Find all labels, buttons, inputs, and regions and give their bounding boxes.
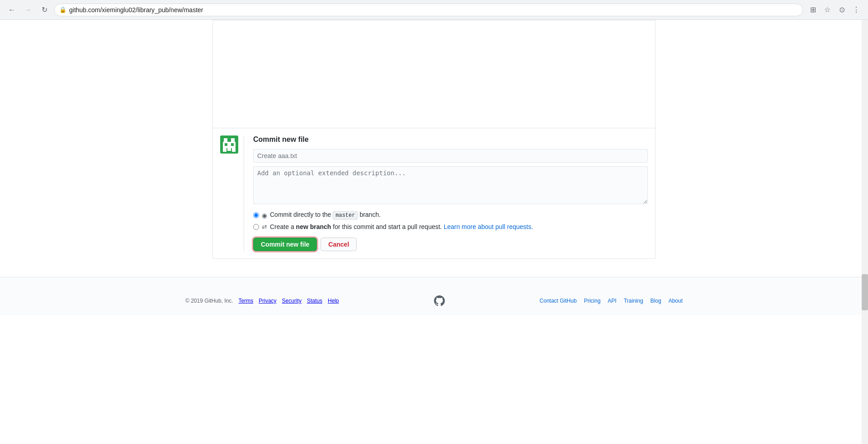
radio-branch-label[interactable]: Create a new branch for this commit and …	[270, 223, 533, 230]
footer-main: © 2019 GitHub, Inc. Terms Privacy Securi…	[185, 295, 683, 306]
commit-section: Commit new file ◉ Commit directly to the…	[212, 128, 656, 259]
svg-rect-2	[231, 138, 235, 142]
footer-link-api[interactable]: API	[608, 298, 616, 304]
avatar	[220, 136, 238, 154]
bookmark-icon[interactable]: ☆	[821, 4, 834, 16]
commit-description-textarea[interactable]	[253, 166, 648, 204]
footer-link-privacy[interactable]: Privacy	[259, 298, 276, 304]
menu-icon[interactable]: ⋮	[850, 4, 863, 16]
footer-link-blog[interactable]: Blog	[651, 298, 661, 304]
radio-branch-option: ⇄ Create a new branch for this commit an…	[253, 223, 648, 230]
branch-badge: master	[333, 211, 358, 220]
commit-form: Commit new file ◉ Commit directly to the…	[250, 136, 648, 251]
footer-link-contact[interactable]: Contact GitHub	[540, 298, 577, 304]
radio-branch-input[interactable]	[253, 224, 259, 230]
scroll-track	[862, 20, 868, 315]
footer-right: Contact GitHub Pricing API Training Blog…	[540, 298, 683, 304]
footer-link-help[interactable]: Help	[328, 298, 339, 304]
radio-direct-label[interactable]: Commit directly to the master branch.	[270, 211, 381, 220]
radio-group: ◉ Commit directly to the master branch. …	[253, 211, 648, 230]
footer-link-about[interactable]: About	[669, 298, 683, 304]
footer-center	[434, 295, 445, 306]
commit-section-wrapper: Commit new file ◉ Commit directly to the…	[0, 128, 868, 277]
commit-section-title: Commit new file	[253, 136, 648, 144]
lock-icon: 🔒	[59, 6, 66, 13]
address-bar[interactable]: 🔒 github.com/xieminglu02/library_pub/new…	[54, 4, 803, 16]
scroll-thumb[interactable]	[862, 274, 868, 310]
svg-rect-8	[227, 148, 231, 151]
svg-rect-6	[223, 148, 226, 152]
back-button[interactable]: ←	[5, 4, 18, 16]
footer-link-security[interactable]: Security	[282, 298, 302, 304]
footer-left: © 2019 GitHub, Inc. Terms Privacy Securi…	[185, 298, 339, 304]
cancel-button[interactable]: Cancel	[321, 238, 357, 251]
footer: © 2019 GitHub, Inc. Terms Privacy Securi…	[0, 277, 868, 315]
browser-tools: ⊞ ☆ ⊙ ⋮	[807, 4, 863, 16]
editor-area-wrapper	[0, 20, 868, 128]
browser-chrome: ← → ↻ 🔒 github.com/xieminglu02/library_p…	[0, 0, 868, 20]
commit-buttons: Commit new file Cancel	[253, 238, 648, 251]
footer-copyright: © 2019 GitHub, Inc.	[185, 298, 233, 304]
profile-icon[interactable]: ⊙	[835, 4, 848, 16]
commit-divider	[244, 136, 244, 251]
footer-link-training[interactable]: Training	[624, 298, 643, 304]
footer-link-terms[interactable]: Terms	[239, 298, 254, 304]
url-text: github.com/xieminglu02/library_pub/new/m…	[69, 6, 203, 14]
footer-link-status[interactable]: Status	[307, 298, 322, 304]
svg-rect-5	[231, 143, 234, 146]
svg-rect-7	[232, 148, 236, 152]
svg-rect-4	[225, 143, 227, 146]
reload-button[interactable]: ↻	[38, 4, 51, 16]
pr-icon: ⇄	[262, 223, 267, 230]
forward-button[interactable]: →	[22, 4, 34, 16]
editor-box	[212, 20, 656, 128]
translate-icon[interactable]: ⊞	[807, 4, 819, 16]
radio-direct-input[interactable]	[253, 212, 259, 218]
commit-message-input[interactable]	[253, 149, 648, 163]
svg-rect-1	[224, 138, 227, 142]
branch-icon: ◉	[262, 212, 267, 219]
footer-link-pricing[interactable]: Pricing	[584, 298, 601, 304]
radio-direct-option: ◉ Commit directly to the master branch.	[253, 211, 648, 220]
learn-more-link[interactable]: Learn more about pull requests.	[443, 223, 533, 230]
github-logo-icon	[434, 295, 445, 306]
commit-new-file-button[interactable]: Commit new file	[253, 238, 317, 251]
